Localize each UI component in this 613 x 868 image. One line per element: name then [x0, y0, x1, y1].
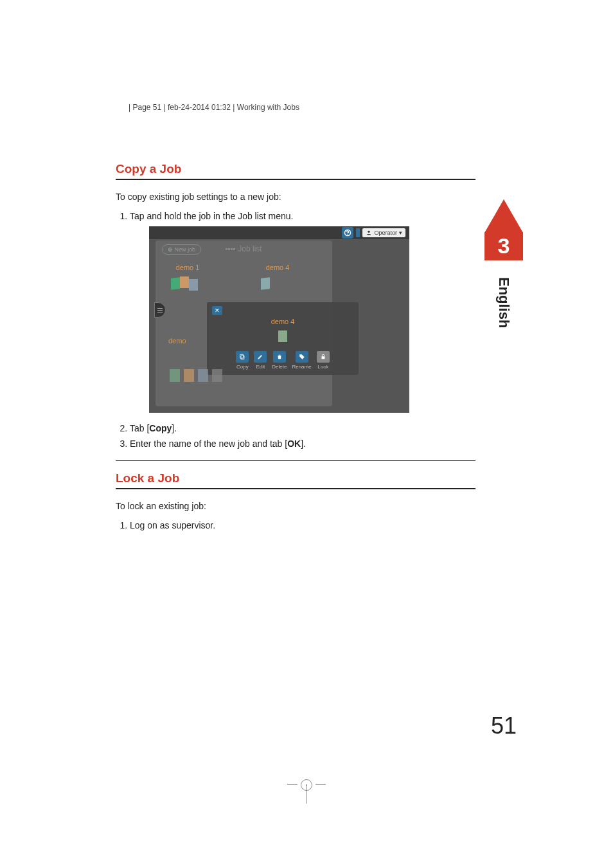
job-list-panel: ⊕ New job Job list demo 1: [155, 240, 332, 406]
copy-steps: Tap and hold the job in the Job list men…: [116, 211, 475, 413]
copy-step-2: Tab [Copy].: [130, 423, 475, 433]
section-divider: [116, 460, 475, 461]
device-screenshot: Operator ▾ ⊕ New job Job list: [149, 226, 409, 413]
copy-step-3-post: ].: [301, 439, 306, 449]
partial-job-label: demo: [168, 337, 186, 345]
chapter-tab: 3 English: [484, 199, 523, 328]
svg-point-2: [368, 231, 370, 233]
copy-step-2-pre: Tab [: [130, 423, 149, 433]
copy-step-2-post: ].: [172, 423, 177, 433]
running-header: | Page 51 | feb-24-2014 01:32 | Working …: [129, 103, 299, 112]
side-menu-handle[interactable]: [154, 302, 166, 318]
popup-thumb: [212, 330, 353, 346]
job-tile-demo4[interactable]: demo 4: [258, 264, 297, 294]
lock-icon: [317, 351, 330, 363]
help-icon[interactable]: [342, 227, 353, 239]
dropdown-indicator-icon[interactable]: [356, 228, 360, 237]
copy-step-3: Enter the name of the new job and tab [O…: [130, 439, 475, 449]
svg-rect-5: [321, 356, 324, 359]
rename-action[interactable]: Rename: [292, 351, 311, 370]
copy-step-1: Tap and hold the job in the Job list men…: [130, 211, 475, 413]
lock-step-1: Log on as supervisor.: [130, 520, 475, 530]
lock-steps: Log on as supervisor.: [116, 520, 475, 530]
copy-step-2-bold: Copy: [149, 423, 172, 433]
lock-action[interactable]: Lock: [317, 351, 330, 370]
user-icon: [366, 230, 372, 236]
chapter-number: 3: [484, 232, 523, 260]
copy-steps-cont: Tab [Copy]. Enter the name of the new jo…: [116, 423, 475, 449]
job-tile-demo4-label: demo 4: [258, 264, 297, 271]
lock-action-label: Lock: [317, 364, 328, 370]
copy-step-3-bold: OK: [287, 439, 301, 449]
job-list-title-label: Job list: [238, 244, 262, 253]
tag-icon: [296, 351, 308, 363]
copy-action-label: Copy: [236, 364, 249, 370]
copy-action[interactable]: Copy: [236, 351, 249, 370]
delete-action[interactable]: Delete: [272, 351, 287, 370]
job-tile-demo1-label: demo 1: [168, 264, 207, 271]
job-list-title: Job list: [155, 244, 332, 253]
page-number: 51: [491, 712, 517, 739]
lock-intro: To lock an existing job:: [116, 501, 475, 511]
bottom-job-thumbs: [170, 369, 222, 382]
delete-action-label: Delete: [272, 364, 287, 370]
copy-intro: To copy existing job settings to a new j…: [116, 192, 475, 202]
edit-icon: [254, 351, 267, 363]
crop-mark-icon: [287, 765, 326, 804]
rename-action-label: Rename: [292, 364, 311, 370]
popup-actions: Copy Edit Delete: [212, 351, 353, 370]
close-icon[interactable]: ✕: [212, 306, 222, 315]
job-tile-demo1[interactable]: demo 1: [168, 264, 207, 294]
popup-job-name: demo 4: [212, 318, 353, 325]
trash-icon: [273, 351, 286, 363]
svg-rect-4: [240, 354, 244, 358]
grid-icon: [226, 248, 235, 250]
svg-point-1: [348, 234, 348, 235]
edit-action-label: Edit: [256, 364, 265, 370]
section-title-lock-a-job: Lock a Job: [116, 471, 475, 489]
copy-step-3-pre: Enter the name of the new job and tab [: [130, 439, 287, 449]
section-title-copy-a-job: Copy a Job: [116, 162, 475, 180]
chevron-down-icon: ▾: [399, 230, 402, 236]
svg-rect-3: [241, 356, 244, 359]
chapter-tab-triangle: [484, 199, 523, 233]
language-label: English: [495, 277, 512, 328]
job-context-popup: ✕ demo 4 Copy Edit: [207, 302, 359, 375]
screenshot-topbar: Operator ▾: [149, 226, 409, 239]
edit-action[interactable]: Edit: [254, 351, 267, 370]
user-label: Operator: [374, 230, 397, 236]
user-menu[interactable]: Operator ▾: [362, 228, 405, 237]
copy-icon: [236, 351, 249, 363]
job-row-1: demo 1 demo 4: [168, 264, 319, 294]
copy-step-1-text: Tap and hold the job in the Job list men…: [130, 211, 294, 221]
